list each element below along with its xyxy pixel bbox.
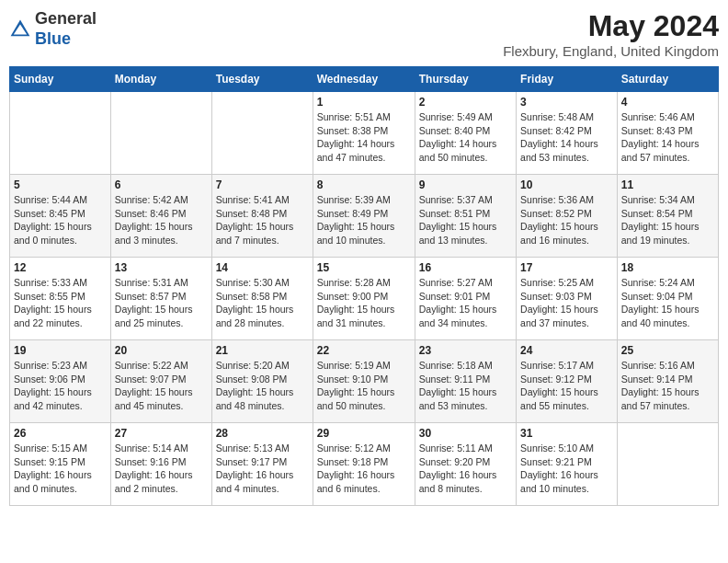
calendar-cell: 25Sunrise: 5:16 AM Sunset: 9:14 PM Dayli… xyxy=(617,340,718,423)
calendar-week-row: 12Sunrise: 5:33 AM Sunset: 8:55 PM Dayli… xyxy=(10,258,719,340)
day-info: Sunrise: 5:11 AM Sunset: 9:20 PM Dayligh… xyxy=(419,442,512,496)
location-subtitle: Flexbury, England, United Kingdom xyxy=(503,43,719,59)
day-number: 2 xyxy=(419,96,512,109)
day-info: Sunrise: 5:33 AM Sunset: 8:55 PM Dayligh… xyxy=(14,276,107,330)
day-info: Sunrise: 5:16 AM Sunset: 9:14 PM Dayligh… xyxy=(621,359,714,413)
calendar-cell: 24Sunrise: 5:17 AM Sunset: 9:12 PM Dayli… xyxy=(517,340,618,423)
day-info: Sunrise: 5:12 AM Sunset: 9:18 PM Dayligh… xyxy=(317,442,411,496)
calendar-cell: 5Sunrise: 5:44 AM Sunset: 8:45 PM Daylig… xyxy=(10,175,111,258)
calendar-cell: 23Sunrise: 5:18 AM Sunset: 9:11 PM Dayli… xyxy=(415,340,516,423)
title-block: May 2024 Flexbury, England, United Kingd… xyxy=(503,9,719,59)
day-info: Sunrise: 5:20 AM Sunset: 9:08 PM Dayligh… xyxy=(216,359,309,413)
calendar-cell: 29Sunrise: 5:12 AM Sunset: 9:18 PM Dayli… xyxy=(313,423,415,506)
day-number: 31 xyxy=(520,427,613,440)
day-number: 30 xyxy=(419,427,512,440)
calendar-cell: 31Sunrise: 5:10 AM Sunset: 9:21 PM Dayli… xyxy=(517,423,618,506)
day-number: 13 xyxy=(115,261,208,274)
day-info: Sunrise: 5:22 AM Sunset: 9:07 PM Dayligh… xyxy=(115,359,208,413)
calendar-cell: 10Sunrise: 5:36 AM Sunset: 8:52 PM Dayli… xyxy=(517,175,618,258)
day-info: Sunrise: 5:49 AM Sunset: 8:40 PM Dayligh… xyxy=(419,110,512,165)
day-info: Sunrise: 5:36 AM Sunset: 8:52 PM Dayligh… xyxy=(520,193,613,247)
day-number: 17 xyxy=(520,261,613,274)
day-info: Sunrise: 5:48 AM Sunset: 8:42 PM Dayligh… xyxy=(520,110,613,165)
calendar-cell: 17Sunrise: 5:25 AM Sunset: 9:03 PM Dayli… xyxy=(517,258,618,340)
calendar-cell: 14Sunrise: 5:30 AM Sunset: 8:58 PM Dayli… xyxy=(211,258,313,340)
day-number: 10 xyxy=(520,178,613,191)
day-header-saturday: Saturday xyxy=(617,67,718,92)
logo: General Blue xyxy=(9,9,97,49)
logo-icon xyxy=(9,18,31,40)
day-header-friday: Friday xyxy=(517,67,618,92)
calendar-cell: 12Sunrise: 5:33 AM Sunset: 8:55 PM Dayli… xyxy=(10,258,111,340)
day-info: Sunrise: 5:17 AM Sunset: 9:12 PM Dayligh… xyxy=(520,359,613,413)
calendar-cell xyxy=(10,92,111,175)
day-number: 12 xyxy=(14,261,107,274)
logo-general-text: General xyxy=(35,9,97,28)
day-number: 11 xyxy=(621,178,714,191)
calendar-week-row: 19Sunrise: 5:23 AM Sunset: 9:06 PM Dayli… xyxy=(10,340,719,423)
day-info: Sunrise: 5:46 AM Sunset: 8:43 PM Dayligh… xyxy=(621,110,714,165)
calendar-cell: 2Sunrise: 5:49 AM Sunset: 8:40 PM Daylig… xyxy=(415,92,516,175)
calendar-cell xyxy=(617,423,718,506)
calendar-cell: 1Sunrise: 5:51 AM Sunset: 8:38 PM Daylig… xyxy=(313,92,415,175)
calendar-header-row: SundayMondayTuesdayWednesdayThursdayFrid… xyxy=(10,67,719,92)
day-info: Sunrise: 5:10 AM Sunset: 9:21 PM Dayligh… xyxy=(520,442,613,496)
page-header: General Blue May 2024 Flexbury, England,… xyxy=(9,9,719,59)
day-number: 21 xyxy=(216,344,309,357)
day-info: Sunrise: 5:25 AM Sunset: 9:03 PM Dayligh… xyxy=(520,276,613,330)
calendar-cell: 16Sunrise: 5:27 AM Sunset: 9:01 PM Dayli… xyxy=(415,258,516,340)
calendar-cell: 22Sunrise: 5:19 AM Sunset: 9:10 PM Dayli… xyxy=(313,340,415,423)
calendar-cell xyxy=(110,92,211,175)
calendar-week-row: 26Sunrise: 5:15 AM Sunset: 9:15 PM Dayli… xyxy=(10,423,719,506)
calendar-cell: 27Sunrise: 5:14 AM Sunset: 9:16 PM Dayli… xyxy=(110,423,211,506)
calendar-cell: 3Sunrise: 5:48 AM Sunset: 8:42 PM Daylig… xyxy=(517,92,618,175)
day-number: 16 xyxy=(419,261,512,274)
day-number: 6 xyxy=(115,178,208,191)
day-info: Sunrise: 5:14 AM Sunset: 9:16 PM Dayligh… xyxy=(115,442,208,496)
calendar-cell: 7Sunrise: 5:41 AM Sunset: 8:48 PM Daylig… xyxy=(211,175,313,258)
day-header-wednesday: Wednesday xyxy=(313,67,415,92)
day-number: 4 xyxy=(621,96,714,109)
day-number: 23 xyxy=(419,344,512,357)
day-number: 18 xyxy=(621,261,714,274)
calendar-cell: 11Sunrise: 5:34 AM Sunset: 8:54 PM Dayli… xyxy=(617,175,718,258)
calendar-cell: 19Sunrise: 5:23 AM Sunset: 9:06 PM Dayli… xyxy=(10,340,111,423)
day-info: Sunrise: 5:28 AM Sunset: 9:00 PM Dayligh… xyxy=(317,276,411,330)
calendar-body: 1Sunrise: 5:51 AM Sunset: 8:38 PM Daylig… xyxy=(10,92,719,506)
day-number: 14 xyxy=(216,261,309,274)
day-info: Sunrise: 5:30 AM Sunset: 8:58 PM Dayligh… xyxy=(216,276,309,330)
day-number: 22 xyxy=(317,344,411,357)
day-header-sunday: Sunday xyxy=(10,67,111,92)
calendar-cell: 8Sunrise: 5:39 AM Sunset: 8:49 PM Daylig… xyxy=(313,175,415,258)
day-number: 20 xyxy=(115,344,208,357)
day-info: Sunrise: 5:23 AM Sunset: 9:06 PM Dayligh… xyxy=(14,359,107,413)
day-header-monday: Monday xyxy=(110,67,211,92)
calendar-table: SundayMondayTuesdayWednesdayThursdayFrid… xyxy=(9,66,719,506)
day-number: 25 xyxy=(621,344,714,357)
day-number: 26 xyxy=(14,427,107,440)
day-info: Sunrise: 5:18 AM Sunset: 9:11 PM Dayligh… xyxy=(419,359,512,413)
calendar-cell: 9Sunrise: 5:37 AM Sunset: 8:51 PM Daylig… xyxy=(415,175,516,258)
day-number: 1 xyxy=(317,96,411,109)
day-number: 15 xyxy=(317,261,411,274)
day-info: Sunrise: 5:37 AM Sunset: 8:51 PM Dayligh… xyxy=(419,193,512,247)
calendar-cell: 26Sunrise: 5:15 AM Sunset: 9:15 PM Dayli… xyxy=(10,423,111,506)
day-number: 9 xyxy=(419,178,512,191)
day-info: Sunrise: 5:51 AM Sunset: 8:38 PM Dayligh… xyxy=(317,110,411,165)
calendar-cell xyxy=(211,92,313,175)
calendar-cell: 13Sunrise: 5:31 AM Sunset: 8:57 PM Dayli… xyxy=(110,258,211,340)
day-number: 27 xyxy=(115,427,208,440)
day-info: Sunrise: 5:42 AM Sunset: 8:46 PM Dayligh… xyxy=(115,193,208,247)
calendar-cell: 15Sunrise: 5:28 AM Sunset: 9:00 PM Dayli… xyxy=(313,258,415,340)
day-info: Sunrise: 5:15 AM Sunset: 9:15 PM Dayligh… xyxy=(14,442,107,496)
day-number: 3 xyxy=(520,96,613,109)
day-number: 19 xyxy=(14,344,107,357)
day-number: 8 xyxy=(317,178,411,191)
logo-blue-text: Blue xyxy=(35,29,71,48)
calendar-week-row: 1Sunrise: 5:51 AM Sunset: 8:38 PM Daylig… xyxy=(10,92,719,175)
day-info: Sunrise: 5:44 AM Sunset: 8:45 PM Dayligh… xyxy=(14,193,107,247)
day-info: Sunrise: 5:13 AM Sunset: 9:17 PM Dayligh… xyxy=(216,442,309,496)
day-info: Sunrise: 5:39 AM Sunset: 8:49 PM Dayligh… xyxy=(317,193,411,247)
day-number: 28 xyxy=(216,427,309,440)
day-info: Sunrise: 5:19 AM Sunset: 9:10 PM Dayligh… xyxy=(317,359,411,413)
